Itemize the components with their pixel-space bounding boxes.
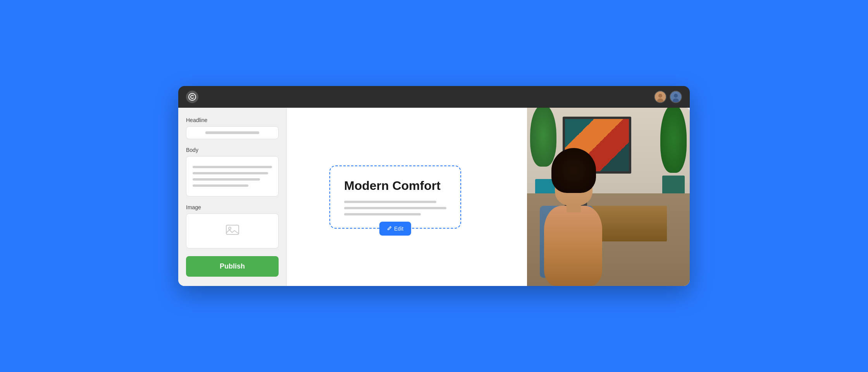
headline-placeholder	[205, 131, 259, 134]
svg-rect-7	[226, 225, 239, 234]
photo-person	[535, 126, 625, 286]
person-torso	[544, 206, 602, 286]
svg-point-0	[189, 93, 196, 100]
avatar-user1[interactable]	[654, 91, 666, 103]
sidebar: Headline Body Image	[178, 108, 287, 286]
publish-button[interactable]: Publish	[186, 256, 279, 277]
person-hair	[551, 148, 596, 193]
body-label: Body	[186, 147, 279, 153]
image-placeholder-icon	[226, 223, 239, 239]
card-body-lines	[344, 201, 446, 215]
card-body-line-3	[344, 213, 421, 215]
app-logo	[186, 91, 198, 103]
avatar-user2[interactable]	[670, 91, 682, 103]
headline-input[interactable]	[186, 126, 279, 139]
image-field-group: Image	[186, 204, 279, 248]
svg-point-2	[658, 94, 662, 98]
photo-panel	[527, 108, 690, 286]
content-card[interactable]: Modern Comfort Edit	[329, 165, 461, 229]
edit-button[interactable]: Edit	[379, 222, 411, 236]
top-bar	[178, 86, 690, 108]
body-line-4	[193, 184, 248, 187]
edit-button-label: Edit	[394, 226, 403, 232]
avatar-group	[654, 91, 682, 103]
editor-canvas: Modern Comfort Edit	[287, 108, 527, 286]
headline-label: Headline	[186, 117, 279, 123]
card-headline: Modern Comfort	[344, 179, 446, 193]
body-line-1	[193, 166, 272, 168]
body-line-2	[193, 172, 268, 174]
body-placeholder-lines	[191, 163, 274, 190]
svg-point-8	[229, 227, 231, 229]
svg-point-5	[674, 94, 678, 98]
headline-field-group: Headline	[186, 117, 279, 139]
main-content: Headline Body Image	[178, 108, 690, 286]
body-input[interactable]	[186, 156, 279, 196]
card-body-line-1	[344, 201, 436, 203]
body-field-group: Body	[186, 147, 279, 196]
body-line-3	[193, 178, 260, 181]
image-upload[interactable]	[186, 214, 279, 248]
photo-panel-inner	[527, 108, 690, 286]
app-window: Headline Body Image	[178, 86, 690, 286]
card-body-line-2	[344, 207, 446, 209]
edit-pencil-icon	[387, 226, 392, 232]
image-label: Image	[186, 204, 279, 210]
